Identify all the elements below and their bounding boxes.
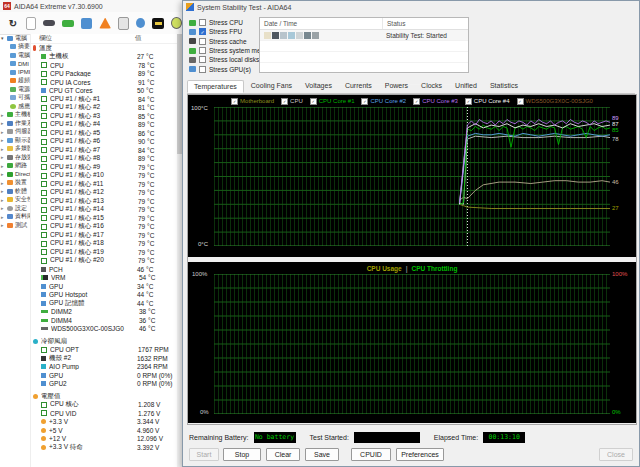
- tree-item[interactable]: 超頻: [0, 77, 30, 86]
- tab-unified[interactable]: Unified: [449, 80, 483, 93]
- sensor-row[interactable]: CPU Package89 °C: [31, 70, 182, 79]
- sensor-row[interactable]: GPU34 °C: [31, 282, 182, 291]
- sensor-row[interactable]: CPU #1 / 核心 #1779 °C: [31, 231, 182, 240]
- sensor-row[interactable]: DIMM436 °C: [31, 316, 182, 325]
- report-icon[interactable]: [26, 17, 36, 30]
- log-row[interactable]: Stability Test: Started: [260, 30, 468, 41]
- cpuid-button[interactable]: CPUID: [351, 448, 391, 461]
- tree-item[interactable]: ▸設定: [0, 204, 30, 213]
- sensor-row[interactable]: CPU #1 / 核心 #1279 °C: [31, 189, 182, 198]
- tab-powers[interactable]: Powers: [379, 80, 414, 93]
- burn-in-icon[interactable]: [99, 18, 111, 29]
- sensor-row[interactable]: CPU #1 / 核心 #889 °C: [31, 155, 182, 164]
- sensor-row[interactable]: CPU #1 / 核心 #979 °C: [31, 163, 182, 172]
- stress-checkbox[interactable]: [199, 47, 206, 54]
- tab-clocks[interactable]: Clocks: [415, 80, 448, 93]
- sensor-row[interactable]: CPU IA Cores91 °C: [31, 78, 182, 87]
- tree-item[interactable]: IPMI: [0, 68, 30, 77]
- sensor-row[interactable]: CPU #1 / 核心 #489 °C: [31, 121, 182, 130]
- sensor-row[interactable]: +12 V12.096 V: [31, 435, 182, 444]
- sensor-row[interactable]: +5 V4.960 V: [31, 426, 182, 435]
- sensor-row[interactable]: GPU 記憶體44 °C: [31, 299, 182, 308]
- tab-statistics[interactable]: Statistics: [484, 80, 524, 93]
- tree-item[interactable]: ▸多媒體: [0, 145, 30, 154]
- sensor-row[interactable]: CPU78 °C: [31, 61, 182, 70]
- legend-checkbox[interactable]: ✓: [281, 98, 288, 105]
- osd-icon[interactable]: [152, 18, 164, 29]
- tree-item[interactable]: ▾電腦: [0, 34, 30, 43]
- sensor-row[interactable]: CPU #1 / 核心 #2079 °C: [31, 257, 182, 266]
- tree-item[interactable]: ▸測試: [0, 221, 30, 230]
- sensor-row[interactable]: CPU #1 / 核心 #1179 °C: [31, 180, 182, 189]
- preferences-button[interactable]: Preferences: [396, 448, 444, 461]
- tree-item[interactable]: ▸伺服器: [0, 128, 30, 137]
- sensor-row[interactable]: CPU #1 / 核心 #184 °C: [31, 95, 182, 104]
- tree-item[interactable]: 摘要: [0, 43, 30, 52]
- memory-icon[interactable]: [62, 20, 74, 27]
- sensor-row[interactable]: GPU Hotspot44 °C: [31, 291, 182, 300]
- sensor-row[interactable]: CPU #1 / 核心 #586 °C: [31, 129, 182, 138]
- stability-titlebar[interactable]: System Stability Test - AIDA64: [183, 1, 639, 13]
- sensor-row[interactable]: CPU #1 / 核心 #1479 °C: [31, 206, 182, 215]
- tree-item[interactable]: 感應器: [0, 102, 30, 111]
- tree-item[interactable]: ▸顯示器: [0, 136, 30, 145]
- sensor-row[interactable]: GPU0 RPM (0%): [31, 371, 182, 380]
- tab-cooling-fans[interactable]: Cooling Fans: [245, 80, 298, 93]
- sensor-row[interactable]: CPU OPT1767 RPM: [31, 346, 182, 355]
- sensor-row[interactable]: CPU #1 / 核心 #281 °C: [31, 104, 182, 113]
- legend-checkbox[interactable]: ✓: [310, 98, 317, 105]
- sensor-row[interactable]: +3.3 V3.344 V: [31, 418, 182, 427]
- sensor-row[interactable]: CPU #1 / 核心 #1679 °C: [31, 223, 182, 232]
- sensor-row[interactable]: +3.3 V 待命3.392 V: [31, 443, 182, 452]
- sensor-row[interactable]: CPU #1 / 核心 #690 °C: [31, 138, 182, 147]
- sensor-row[interactable]: GPU20 RPM (0%): [31, 380, 182, 389]
- stress-checkbox[interactable]: [199, 19, 206, 26]
- stop-button[interactable]: Stop: [223, 448, 261, 461]
- stress-checkbox[interactable]: ✓: [199, 28, 206, 35]
- sensor-row[interactable]: CPU GT Cores50 °C: [31, 87, 182, 96]
- cpu-icon[interactable]: [43, 20, 55, 26]
- sensor-row[interactable]: 機殼 #21632 RPM: [31, 354, 182, 363]
- sensor-row[interactable]: CPU #1 / 核心 #1979 °C: [31, 248, 182, 257]
- clear-button[interactable]: Clear: [266, 448, 300, 461]
- sensor-row[interactable]: CPU #1 / 核心 #1579 °C: [31, 214, 182, 223]
- clipboard-icon[interactable]: [118, 17, 129, 30]
- sensor-row[interactable]: DIMM238 °C: [31, 308, 182, 317]
- tree-item[interactable]: ▸網路: [0, 162, 30, 171]
- sensor-row[interactable]: WDS500G3X0C-00SJG046 °C: [31, 325, 182, 334]
- save-button[interactable]: Save: [305, 448, 339, 461]
- stress-checkbox[interactable]: [199, 66, 206, 73]
- stress-checkbox[interactable]: [199, 38, 206, 45]
- tree-item[interactable]: 可攜式電腦: [0, 94, 30, 103]
- tree-item[interactable]: 電源管理: [0, 85, 30, 94]
- legend-checkbox[interactable]: ✓: [413, 98, 420, 105]
- sensor-row[interactable]: CPU 核心1.208 V: [31, 401, 182, 410]
- gauge-icon[interactable]: [171, 17, 182, 29]
- sensor-row[interactable]: VRM54 °C: [31, 274, 182, 283]
- tree-item[interactable]: ▸裝置: [0, 179, 30, 188]
- tab-voltages[interactable]: Voltages: [299, 80, 338, 93]
- tab-temperatures[interactable]: Temperatures: [187, 80, 244, 93]
- tree-item[interactable]: ▸DirectX: [0, 170, 30, 179]
- sensor-row[interactable]: PCH46 °C: [31, 265, 182, 274]
- video-adapter-icon[interactable]: [81, 18, 93, 29]
- sensor-row[interactable]: CPU #1 / 核心 #1379 °C: [31, 197, 182, 206]
- sensor-row[interactable]: 主機板27 °C: [31, 53, 182, 62]
- tree-item[interactable]: ▸作業系統: [0, 119, 30, 128]
- sensor-row[interactable]: CPU #1 / 核心 #385 °C: [31, 112, 182, 121]
- legend-checkbox[interactable]: ✓: [465, 98, 472, 105]
- sensor-row[interactable]: CPU VID1.276 V: [31, 409, 182, 418]
- tree-item[interactable]: ▸存放裝置: [0, 153, 30, 162]
- sensor-row[interactable]: CPU #1 / 核心 #1879 °C: [31, 240, 182, 249]
- main-titlebar[interactable]: 64 AIDA64 Extreme v7.30.6900: [0, 0, 182, 12]
- tab-currents[interactable]: Currents: [339, 80, 378, 93]
- stress-checkbox[interactable]: [199, 56, 206, 63]
- refresh-icon[interactable]: ↻: [7, 18, 19, 29]
- legend-checkbox[interactable]: ✓: [517, 98, 524, 105]
- legend-checkbox[interactable]: ✓: [361, 98, 368, 105]
- legend-checkbox[interactable]: ✓: [231, 98, 238, 105]
- tree-item[interactable]: ▸資料庫: [0, 213, 30, 222]
- tree-item[interactable]: ▸軟體: [0, 187, 30, 196]
- sensor-row[interactable]: CPU #1 / 核心 #1079 °C: [31, 172, 182, 181]
- sensor-row[interactable]: CPU #1 / 核心 #784 °C: [31, 146, 182, 155]
